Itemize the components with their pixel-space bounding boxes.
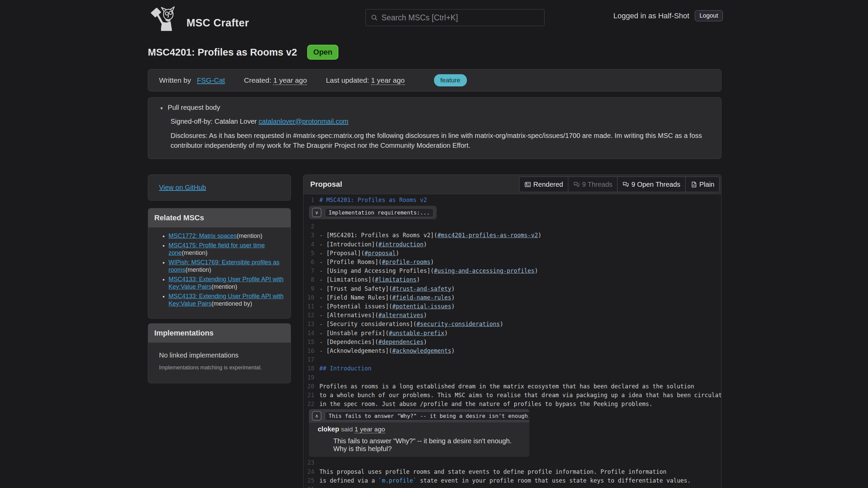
related-msc-relation: (mention)	[182, 249, 208, 256]
logout-button[interactable]: Logout	[695, 10, 723, 21]
related-msc-relation: (mention)	[237, 232, 262, 239]
line-number: 6	[305, 258, 314, 266]
proposal-title: Proposal	[310, 180, 342, 189]
view-plain-button[interactable]: 01Plain	[686, 177, 719, 192]
anchor-link[interactable]: #dependencies	[378, 339, 423, 345]
expand-thread-button[interactable]: ∨	[312, 208, 321, 217]
code-line: 14- [Unstable prefix](#unstable-prefix)	[303, 329, 721, 338]
email-link[interactable]: catalanlover@protonmail.com	[259, 118, 349, 125]
code-line-text: - [Unstable prefix](#unstable-prefix)	[314, 329, 448, 338]
line-number: 1	[305, 196, 314, 204]
code-line: 25is defined via a `m.profile` state eve…	[303, 476, 721, 485]
line-number: 7	[305, 266, 314, 275]
code-line-text: - [Security considerations](#security-co…	[314, 320, 503, 328]
collapsed-thread: ∨Implementation requirements:...	[309, 206, 437, 219]
list-dash: -	[319, 347, 326, 354]
view-button-label: Rendered	[533, 181, 563, 188]
threads-icon	[573, 181, 580, 188]
related-msc-item: MSC4133: Extending User Profile API with…	[169, 276, 284, 291]
anchor-link[interactable]: #limitations	[375, 276, 417, 283]
code-line-text: This proposal uses profile rooms and sta…	[314, 467, 667, 476]
list-dash: -	[319, 303, 326, 310]
code-line-text: - [Limitations](#limitations)	[314, 275, 420, 284]
list-dash: -	[319, 267, 326, 274]
anchor-link[interactable]: #security-considerations	[417, 321, 500, 327]
comment-meta: clokep said 1 year ago	[318, 425, 520, 433]
anchor-link[interactable]: #unstable-prefix	[389, 330, 445, 337]
feature-tag: feature	[434, 74, 467, 86]
anchor-link[interactable]: #field-name-rules	[392, 294, 451, 301]
related-msc-link[interactable]: MSC1772: Matrix spaces	[169, 232, 237, 239]
open-thread-header: ∧This fails to answer "Why?" -- it being…	[309, 409, 529, 423]
collapse-thread-button[interactable]: ∧	[312, 411, 321, 421]
metadata-bar: Written by FSG-Cat Created: 1 year ago L…	[148, 69, 722, 92]
code-line: 15- [Dependencies](#dependencies)	[303, 338, 721, 346]
comment-time: 1 year ago	[355, 426, 385, 433]
implementations-body: No linked implementations Implementation…	[148, 343, 291, 383]
line-number: 16	[305, 346, 314, 355]
thread-preview[interactable]: Implementation requirements:...	[325, 208, 434, 217]
anchor-link[interactable]: #profile-rooms	[382, 259, 430, 265]
code-line: 10- [Field Name Rules](#field-name-rules…	[303, 293, 721, 302]
view-rendered-button[interactable]: Rendered	[519, 177, 568, 192]
open-thread-body: clokep said 1 year agoThis fails to answ…	[309, 423, 529, 457]
proposal-panel: Proposal Rendered9 Threads9 Open Threads…	[303, 175, 722, 488]
view-threads-button[interactable]: 9 Threads	[568, 177, 618, 192]
svg-text:01: 01	[693, 184, 695, 186]
code-line-text	[314, 373, 319, 382]
code-line-text: - [MSC4201: Profiles as Rooms v2](#msc42…	[314, 231, 541, 240]
code-line-text: ## Introduction	[314, 364, 372, 373]
updated-time: 1 year ago	[371, 76, 405, 85]
view-button-label: 9 Open Threads	[631, 181, 680, 188]
app-title: MSC Crafter	[186, 17, 249, 32]
code-line: 4- [Introduction](#introduction)	[303, 240, 721, 249]
related-msc-item: WIPish: MSC1769: Extensible profiles as …	[169, 259, 284, 274]
session-area: Logged in as Half-Shot Logout	[613, 10, 723, 21]
plain-icon: 01	[690, 181, 697, 188]
anchor-link[interactable]: #proposal	[364, 250, 396, 257]
pr-body-toggle[interactable]: ▾ Pull request body	[160, 104, 709, 111]
line-number: 17	[305, 355, 314, 364]
code-line-text	[314, 485, 319, 488]
line-number: 5	[305, 249, 314, 258]
code-line-text: # MSC4201: Profiles as Rooms v2	[314, 196, 427, 204]
related-msc-relation: (mention)	[212, 283, 237, 290]
line-number: 21	[305, 391, 314, 400]
search-box[interactable]	[366, 9, 545, 26]
anchor-link[interactable]: #msc4201-profiles-as-rooms-v2	[437, 232, 538, 239]
signed-off-line: Signed-off-by: Catalan Lover catalanlove…	[171, 118, 709, 125]
created-time: 1 year ago	[273, 76, 307, 85]
related-mscs-header: Related MSCs	[148, 208, 291, 227]
open-thread: ∧This fails to answer "Why?" -- it being…	[309, 409, 529, 457]
line-number: 18	[305, 364, 314, 373]
line-number: 3	[305, 231, 314, 240]
anchor-link[interactable]: #potential-issues	[392, 303, 451, 310]
related-mscs-card: Related MSCs MSC1772: Matrix spaces(ment…	[148, 208, 291, 319]
code-line-text: - [Trust and Safety](#trust-and-safety)	[314, 284, 455, 293]
thread-preview[interactable]: This fails to answer "Why?" -- it being …	[325, 411, 529, 421]
code-line-text: - [Acknowledgements](#acknowledgements)	[314, 346, 455, 355]
view-button-label: 9 Threads	[582, 181, 613, 188]
code-line: 6- [Profile Rooms](#profile-rooms)	[303, 258, 721, 266]
anchor-link[interactable]: #using-and-accessing-profiles	[434, 267, 535, 274]
search-input[interactable]	[381, 13, 539, 22]
view-on-github-link[interactable]: View on GitHub	[159, 184, 206, 191]
code-line: 16- [Acknowledgements](#acknowledgements…	[303, 346, 721, 355]
view-open-threads-button[interactable]: 9 Open Threads	[617, 177, 685, 192]
line-number: 13	[305, 320, 314, 328]
code-line: 24This proposal uses profile rooms and s…	[303, 467, 721, 476]
page-title: MSC4201: Profiles as Rooms v2	[148, 47, 297, 58]
code-line: 8- [Limitations](#limitations)	[303, 275, 721, 284]
code-line-text: - [Profile Rooms](#profile-rooms)	[314, 258, 434, 266]
line-number: 26	[305, 485, 314, 488]
anchor-link[interactable]: #alternatives	[378, 312, 423, 319]
author-link[interactable]: FSG-Cat	[197, 76, 225, 84]
code-line-text: - [Field Name Rules](#field-name-rules)	[314, 293, 455, 302]
anchor-link[interactable]: #introduction	[378, 241, 423, 248]
anchor-link[interactable]: #trust-and-safety	[392, 285, 451, 292]
line-number: 19	[305, 373, 314, 382]
threads-icon	[622, 181, 629, 188]
code-line: 7- [Using and Accessing Profiles](#using…	[303, 266, 721, 275]
anchor-link[interactable]: #acknowledgements	[392, 347, 451, 354]
code-line-text: - [Potential issues](#potential-issues)	[314, 302, 455, 311]
